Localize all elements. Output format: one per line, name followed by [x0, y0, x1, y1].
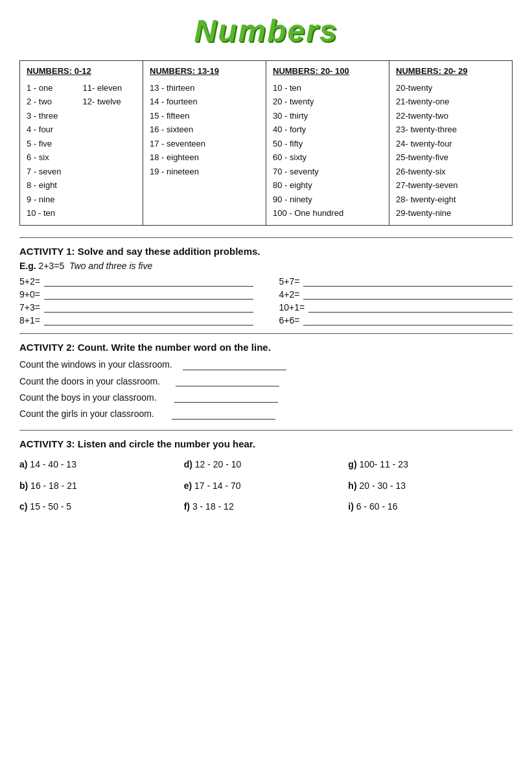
circle-item-e: e) 17 - 14 - 70: [184, 477, 349, 495]
divider-2: [19, 333, 513, 334]
answer-line-6plus6[interactable]: [303, 315, 513, 326]
table-13-19-header: NUMBERS: 13-19: [150, 66, 259, 76]
circle-label-a: a): [19, 459, 30, 469]
table-20-100-header: NUMBERS: 20- 100: [273, 66, 382, 76]
count-list: Count the windows in your classroom. Cou…: [19, 357, 513, 422]
eg-text: Two and three is five: [69, 261, 152, 271]
circle-label-c: c): [19, 501, 30, 512]
answer-line-9plus0[interactable]: [44, 289, 253, 300]
problem-4plus2: 4+2=: [279, 289, 513, 300]
addition-problems: 5+2= 5+7= 9+0= 4+2= 7+3= 10+1= 8+1= 6+6: [19, 276, 513, 326]
count-windows-label: Count the windows in your classroom.: [19, 357, 178, 373]
problem-8plus1: 8+1=: [19, 315, 253, 326]
circle-label-f: f): [184, 501, 192, 512]
activity-2-title: ACTIVITY 2: Count. Write the number word…: [19, 342, 513, 353]
activity-1-title: ACTIVITY 1: Solve and say these addition…: [19, 246, 513, 257]
circle-item-c: c) 15 - 50 - 5: [19, 498, 184, 515]
circle-item-g: g) 100- 11 - 23: [348, 456, 513, 473]
activity-1-section: ACTIVITY 1: Solve and say these addition…: [19, 246, 513, 326]
eg-label: E.g. 2+3=5: [19, 261, 69, 271]
count-item-windows: Count the windows in your classroom.: [19, 357, 513, 373]
circle-item-b: b) 16 - 18 - 21: [19, 477, 184, 495]
circle-values-d: 12 - 20 - 10: [195, 459, 242, 469]
circle-values-e: 17 - 14 - 70: [194, 480, 241, 491]
count-item-girls: Count the girls in your classroom.: [19, 406, 513, 422]
circle-item-i: i) 6 - 60 - 16: [348, 498, 513, 515]
count-doors-label: Count the doors in your classroom.: [19, 373, 170, 390]
problem-10plus1-label: 10+1=: [279, 302, 305, 313]
table-20-29-header: NUMBERS: 20- 29: [396, 66, 505, 76]
problem-7plus3-label: 7+3=: [19, 302, 40, 313]
count-girls-label: Count the girls in your classroom.: [19, 406, 167, 422]
circle-label-h: h): [348, 480, 359, 491]
activity-2-desc: Count. Write the number word on the line…: [78, 342, 271, 353]
activity-1-label: ACTIVITY 1:: [19, 246, 78, 257]
answer-line-10plus1[interactable]: [308, 302, 513, 313]
divider-3: [19, 430, 513, 431]
activity-3-section: ACTIVITY 3: Listen and circle the number…: [19, 438, 513, 515]
circle-item-a: a) 14 - 40 - 13: [19, 456, 184, 473]
activity-2-section: ACTIVITY 2: Count. Write the number word…: [19, 342, 513, 422]
problem-9plus0: 9+0=: [19, 289, 253, 300]
divider-1: [19, 237, 513, 238]
title-area: Numbers: [19, 13, 513, 49]
circle-item-h: h) 20 - 30 - 13: [348, 477, 513, 495]
count-item-boys: Count the boys in your classroom.: [19, 390, 513, 406]
circle-values-i: 6 - 60 - 16: [356, 501, 398, 512]
count-boys-line[interactable]: [174, 392, 278, 403]
circle-item-f: f) 3 - 18 - 12: [184, 498, 349, 515]
activity-2-label: ACTIVITY 2:: [19, 342, 78, 353]
circle-label-i: i): [348, 501, 356, 512]
problem-10plus1: 10+1=: [279, 302, 513, 313]
table-0-12: NUMBERS: 0-12 1 - one 2 - two 3 - three …: [20, 61, 143, 225]
activity-3-desc: Listen and circle the number you hear.: [78, 438, 255, 449]
circle-label-b: b): [19, 480, 30, 491]
count-boys-label: Count the boys in your classroom.: [19, 390, 169, 406]
table-20-29-content: 20-twenty 21-twenty-one 22-twenty-two 23…: [396, 81, 505, 220]
activity-3-title: ACTIVITY 3: Listen and circle the number…: [19, 438, 513, 449]
circle-label-d: d): [184, 459, 195, 469]
problem-8plus1-label: 8+1=: [19, 315, 40, 326]
problem-9plus0-label: 9+0=: [19, 289, 40, 300]
problem-6plus6-label: 6+6=: [279, 315, 300, 326]
activity-1-desc: Solve and say these addition problems.: [78, 246, 260, 257]
count-doors-line[interactable]: [176, 376, 279, 386]
circle-label-g: g): [348, 459, 359, 469]
activity-1-example: E.g. 2+3=5 Two and three is five: [19, 261, 513, 271]
circle-values-c: 15 - 50 - 5: [30, 501, 71, 512]
table-0-12-content: 1 - one 2 - two 3 - three 4 - four 5 - f…: [27, 81, 136, 220]
answer-line-5plus2[interactable]: [44, 276, 253, 287]
count-girls-line[interactable]: [172, 409, 275, 420]
numbers-tables: NUMBERS: 0-12 1 - one 2 - two 3 - three …: [19, 60, 513, 226]
table-0-12-col1: 1 - one 2 - two 3 - three 4 - four 5 - f…: [27, 81, 80, 220]
answer-line-5plus7[interactable]: [303, 276, 513, 287]
answer-line-4plus2[interactable]: [303, 289, 513, 300]
circle-values-h: 20 - 30 - 13: [359, 480, 406, 491]
count-item-doors: Count the doors in your classroom.: [19, 373, 513, 390]
problem-5plus7: 5+7=: [279, 276, 513, 287]
circle-values-f: 3 - 18 - 12: [192, 501, 234, 512]
answer-line-8plus1[interactable]: [44, 315, 253, 326]
problem-4plus2-label: 4+2=: [279, 289, 300, 300]
circle-values-a: 14 - 40 - 13: [30, 459, 76, 469]
table-0-12-header: NUMBERS: 0-12: [27, 66, 136, 76]
problem-7plus3: 7+3=: [19, 302, 253, 313]
problem-5plus2: 5+2=: [19, 276, 253, 287]
page-title: Numbers: [194, 13, 338, 49]
table-13-19: NUMBERS: 13-19 13 - thirteen 14 - fourte…: [143, 61, 266, 225]
table-20-29: NUMBERS: 20- 29 20-twenty 21-twenty-one …: [389, 61, 512, 225]
problem-5plus2-label: 5+2=: [19, 276, 40, 287]
activity-3-label: ACTIVITY 3:: [19, 438, 78, 449]
circle-grid: a) 14 - 40 - 13 d) 12 - 20 - 10 g) 100- …: [19, 456, 513, 515]
problem-6plus6: 6+6=: [279, 315, 513, 326]
count-windows-line[interactable]: [183, 360, 286, 370]
problem-5plus7-label: 5+7=: [279, 276, 300, 287]
table-13-19-content: 13 - thirteen 14 - fourteen 15 - fifteen…: [150, 81, 259, 178]
circle-values-g: 100- 11 - 23: [359, 459, 408, 469]
circle-label-e: e): [184, 480, 194, 491]
table-20-100-content: 10 - ten 20 - twenty 30 - thirty 40 - fo…: [273, 81, 382, 220]
answer-line-7plus3[interactable]: [44, 302, 253, 313]
circle-values-b: 16 - 18 - 21: [30, 480, 77, 491]
table-20-100: NUMBERS: 20- 100 10 - ten 20 - twenty 30…: [266, 61, 389, 225]
circle-item-d: d) 12 - 20 - 10: [184, 456, 349, 473]
